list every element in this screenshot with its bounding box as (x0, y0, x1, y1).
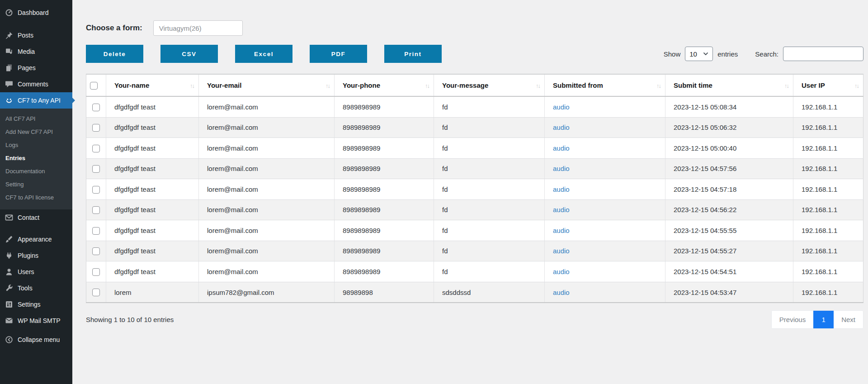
sidebar-subitem-cf7-to-api-license[interactable]: CF7 to API license (0, 191, 72, 204)
sidebar-item-wp-mail-smtp[interactable]: WP Mail SMTP (0, 313, 72, 329)
select-all-checkbox[interactable] (90, 82, 98, 90)
row-checkbox[interactable] (92, 124, 100, 132)
row-checkbox-cell (86, 220, 106, 241)
submitted-from-link[interactable]: audio (553, 227, 570, 234)
pagination-next-button[interactable]: Next (834, 311, 863, 328)
cell-submit-time: 2023-12-15 04:54:51 (665, 261, 793, 282)
column-header-submit-time[interactable]: Submit time↑↓ (665, 74, 793, 96)
cell-submit-time: 2023-12-15 04:55:55 (665, 220, 793, 241)
row-checkbox[interactable] (92, 165, 100, 173)
form-select-value: Virtuagym(26) (159, 24, 202, 32)
column-header-submitted-from[interactable]: Submitted from↑↓ (545, 74, 665, 96)
sidebar-item-cf7-to-any-api[interactable]: CF7 to Any API (0, 92, 72, 109)
row-checkbox[interactable] (92, 104, 100, 111)
sidebar-item-label: Comments (18, 81, 48, 88)
pagination-page-1-button[interactable]: 1 (813, 311, 834, 328)
cell-your-phone: 8989898989 (335, 179, 434, 200)
row-checkbox[interactable] (92, 145, 100, 152)
pdf-button[interactable]: PDF (310, 45, 367, 63)
excel-button[interactable]: Excel (235, 45, 292, 63)
row-checkbox-cell (86, 261, 106, 282)
cf7-submenu: All CF7 API Add New CF7 API Logs Entries… (0, 109, 72, 209)
sidebar-subitem-documentation[interactable]: Documentation (0, 165, 72, 178)
page-length-select[interactable]: 10 (685, 47, 713, 61)
submitted-from-link[interactable]: audio (553, 123, 570, 131)
sidebar-item-contact[interactable]: Contact (0, 209, 72, 226)
sort-icon: ↑↓ (536, 82, 540, 89)
cell-your-message: fd (434, 158, 545, 179)
column-header-your-name[interactable]: Your-name↑↓ (106, 74, 199, 96)
entries-label: entries (717, 50, 738, 58)
sidebar-item-media[interactable]: Media (0, 43, 72, 60)
sidebar-item-tools[interactable]: Tools (0, 280, 72, 296)
sort-icon: ↑↓ (656, 82, 660, 89)
sidebar-item-plugins[interactable]: Plugins (0, 247, 72, 264)
submitted-from-link[interactable]: audio (553, 144, 570, 152)
cell-submit-time: 2023-12-15 04:53:47 (665, 282, 793, 303)
sort-icon: ↑↓ (190, 82, 194, 89)
cell-submitted-from: audio (545, 96, 665, 117)
submitted-from-link[interactable]: audio (553, 289, 570, 296)
submitted-from-link[interactable]: audio (553, 247, 570, 255)
smiley-icon (5, 96, 14, 105)
cell-your-message: fd (434, 96, 545, 117)
cell-your-phone: 8989898989 (335, 261, 434, 282)
sidebar-item-label: Plugins (18, 252, 38, 259)
sidebar-item-posts[interactable]: Posts (0, 27, 72, 43)
delete-button[interactable]: Delete (86, 45, 143, 63)
csv-button[interactable]: CSV (160, 45, 218, 63)
sidebar-item-collapse-menu[interactable]: Collapse menu (0, 332, 72, 348)
submitted-from-link[interactable]: audio (553, 185, 570, 193)
cell-submit-time: 2023-12-15 04:55:27 (665, 241, 793, 261)
cell-your-phone: 8989898989 (335, 220, 434, 241)
column-header-your-message[interactable]: Your-message↑↓ (434, 74, 545, 96)
sidebar-item-comments[interactable]: Comments (0, 76, 72, 92)
row-checkbox[interactable] (92, 247, 100, 255)
column-header-user-ip[interactable]: User IP↑↓ (793, 74, 863, 96)
sidebar-subitem-all-cf7-api[interactable]: All CF7 API (0, 112, 72, 125)
cell-your-email: lorem@mail.com (199, 179, 335, 200)
row-checkbox[interactable] (92, 268, 100, 276)
cell-submitted-from: audio (545, 220, 665, 241)
row-checkbox[interactable] (92, 227, 100, 235)
submitted-from-link[interactable]: audio (553, 165, 570, 172)
sidebar-subitem-entries[interactable]: Entries (0, 152, 72, 165)
wrench-icon (5, 284, 14, 293)
cell-submit-time: 2023-12-15 05:06:32 (665, 117, 793, 138)
cell-your-name: dfgdfgdf teast (106, 199, 199, 220)
row-checkbox[interactable] (92, 289, 100, 296)
cell-your-email: lorem@mail.com (199, 241, 335, 261)
form-select[interactable]: Virtuagym(26) (153, 20, 243, 36)
cell-your-name: dfgdfgdf teast (106, 241, 199, 261)
entries-table: Your-name↑↓ Your-email↑↓ Your-phone↑↓ Yo… (86, 74, 863, 303)
sidebar-item-users[interactable]: Users (0, 264, 72, 280)
column-header-your-email[interactable]: Your-email↑↓ (199, 74, 335, 96)
main-content: Choose a form: Virtuagym(26) Delete CSV … (72, 0, 868, 384)
sidebar-item-dashboard[interactable]: Dashboard (0, 5, 72, 21)
submitted-from-link[interactable]: audio (553, 206, 570, 213)
row-checkbox-cell (86, 138, 106, 159)
submitted-from-link[interactable]: audio (553, 268, 570, 275)
cell-user-ip: 192.168.1.1 (793, 199, 863, 220)
cell-user-ip: 192.168.1.1 (793, 117, 863, 138)
cell-your-phone: 8989898989 (335, 117, 434, 138)
sidebar-item-pages[interactable]: Pages (0, 60, 72, 76)
row-checkbox[interactable] (92, 186, 100, 194)
sort-icon: ↑↓ (784, 82, 788, 89)
sidebar-subitem-setting[interactable]: Setting (0, 178, 72, 191)
pagination-previous-button[interactable]: Previous (772, 311, 813, 328)
print-button[interactable]: Print (384, 45, 442, 63)
search-input[interactable] (783, 47, 863, 61)
cell-submitted-from: audio (545, 282, 665, 303)
plug-icon (5, 251, 14, 260)
sidebar-item-appearance[interactable]: Appearance (0, 231, 72, 247)
row-checkbox[interactable] (92, 206, 100, 214)
submitted-from-link[interactable]: audio (553, 103, 570, 111)
page-length-value: 10 (689, 50, 697, 58)
column-header-your-phone[interactable]: Your-phone↑↓ (335, 74, 434, 96)
cell-your-email: lorem@mail.com (199, 261, 335, 282)
sidebar-subitem-add-new-cf7-api[interactable]: Add New CF7 API (0, 125, 72, 138)
sidebar-subitem-logs[interactable]: Logs (0, 138, 72, 152)
menu-separator (0, 226, 72, 231)
sidebar-item-settings[interactable]: Settings (0, 296, 72, 313)
